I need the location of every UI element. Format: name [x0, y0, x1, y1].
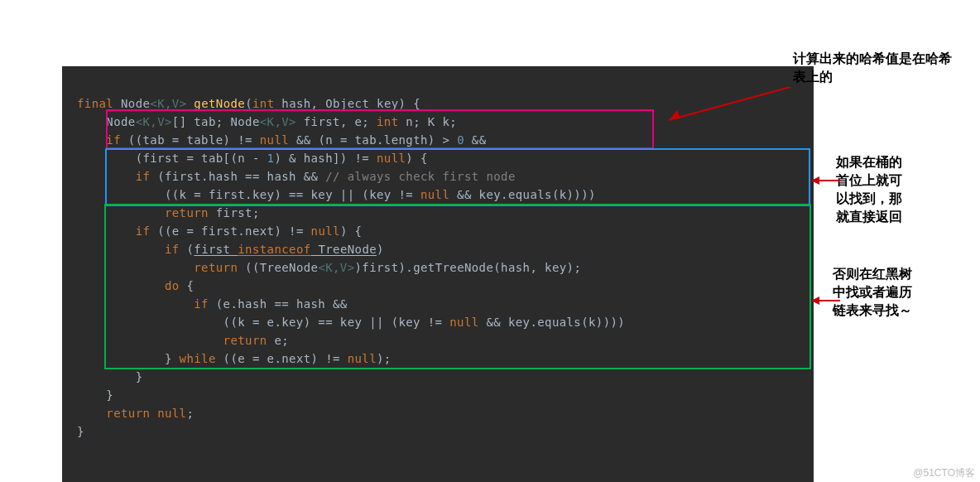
line-10: return ((TreeNode<K,V>)first).getTreeNod…	[77, 261, 581, 274]
line-14: return e;	[77, 334, 289, 347]
annotation-first: 如果在桶的 首位上就可 以找到，那 就直接返回	[836, 153, 927, 226]
annotation-hash: 计算出来的哈希值是在哈希 表上的	[793, 50, 967, 86]
line-2: Node<K,V>[] tab; Node<K,V> first, e; int…	[77, 115, 457, 128]
line-4: (first = tab[(n - 1) & hash]) != null) {	[77, 152, 428, 165]
annotation-tree-list: 否则在红黑树 中找或者遍历 链表来寻找～	[833, 265, 940, 320]
line-15: } while ((e = e.next) != null);	[77, 352, 392, 365]
line-6: ((k = first.key) == key || (key != null …	[77, 188, 596, 201]
line-1: final Node<K,V> getNode(int hash, Object…	[77, 97, 420, 110]
line-9: if (first instanceof TreeNode)	[77, 243, 384, 256]
line-13: ((k = e.key) == key || (key != null && k…	[77, 316, 625, 329]
line-7: return first;	[77, 206, 260, 219]
line-11: do {	[77, 279, 194, 292]
line-16: }	[77, 370, 142, 383]
watermark-text: @51CTO博客	[913, 466, 975, 480]
line-18: return null;	[77, 407, 194, 420]
code-block: final Node<K,V> getNode(int hash, Object…	[62, 66, 814, 482]
line-17: }	[77, 388, 113, 402]
line-8: if ((e = first.next) != null) {	[77, 224, 362, 238]
line-5: if (first.hash == hash && // always chec…	[77, 170, 516, 183]
line-3: if ((tab = table) != null && (n = tab.le…	[77, 133, 486, 147]
line-19: }	[77, 425, 84, 438]
line-12: if (e.hash == hash &&	[77, 297, 348, 311]
